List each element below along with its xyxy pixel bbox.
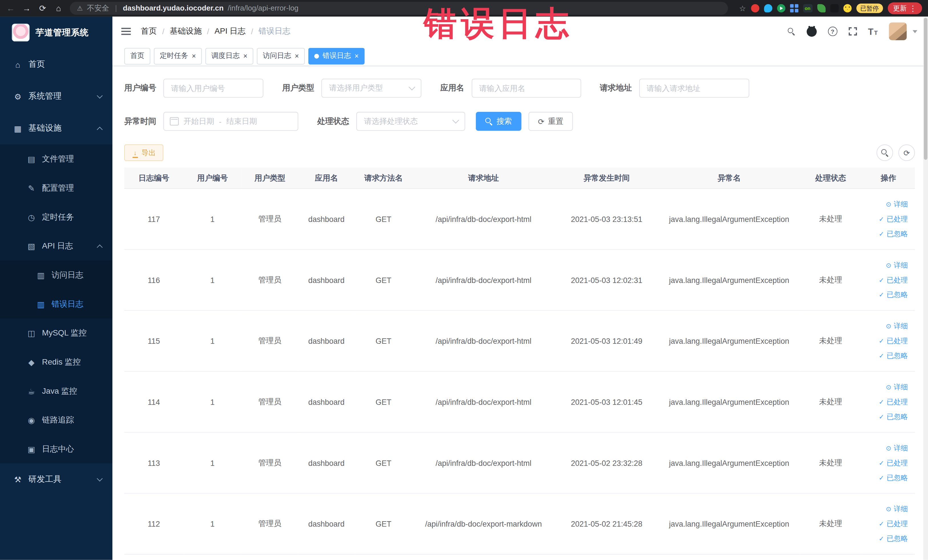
tab-home[interactable]: 首页 bbox=[124, 48, 150, 64]
action-detail[interactable]: ⊙详细 bbox=[865, 258, 908, 272]
action-ignored[interactable]: ✓已忽略 bbox=[865, 287, 908, 302]
url-host[interactable]: dashboard.yudao.iocoder.cn bbox=[123, 4, 224, 12]
refresh-button[interactable]: ⟳ bbox=[898, 144, 915, 161]
url-path[interactable]: /infra/log/api-error-log bbox=[227, 4, 298, 12]
action-processed[interactable]: ✓已处理 bbox=[865, 516, 908, 531]
sidebar-item-job[interactable]: ◷ 定时任务 bbox=[0, 203, 112, 232]
extension-on-icon[interactable]: on bbox=[803, 4, 812, 12]
scrollbar-track[interactable] bbox=[923, 17, 928, 560]
action-processed[interactable]: ✓已处理 bbox=[865, 395, 908, 409]
tab-access-log[interactable]: 访问日志 × bbox=[257, 48, 305, 64]
security-label[interactable]: 不安全 bbox=[87, 3, 109, 13]
sidebar-item-label: 访问日志 bbox=[51, 270, 83, 280]
action-ignored[interactable]: ✓已忽略 bbox=[865, 531, 908, 546]
sidebar-item-trace[interactable]: ◉ 链路追踪 bbox=[0, 405, 112, 435]
cell-process-status: 未处理 bbox=[800, 432, 862, 493]
close-icon[interactable]: × bbox=[355, 52, 359, 60]
extension-tree-icon[interactable] bbox=[830, 4, 838, 12]
sidebar-item-mysql[interactable]: ◫ MySQL 监控 bbox=[0, 318, 112, 348]
user-type-select[interactable]: 请选择用户类型 bbox=[322, 79, 422, 98]
sidebar-item-redis[interactable]: ◆ Redis 监控 bbox=[0, 348, 112, 377]
back-icon[interactable]: ← bbox=[6, 3, 15, 13]
action-ignored[interactable]: ✓已忽略 bbox=[865, 226, 908, 241]
sidebar-item-file[interactable]: ▤ 文件管理 bbox=[0, 144, 112, 174]
action-detail[interactable]: ⊙详细 bbox=[865, 502, 908, 516]
cell-method: GET bbox=[355, 189, 412, 250]
sidebar-item-config[interactable]: ✎ 配置管理 bbox=[0, 174, 112, 203]
close-icon[interactable]: × bbox=[295, 52, 299, 60]
action-processed[interactable]: ✓已处理 bbox=[865, 212, 908, 226]
cell-request-url: /api/infra/db-doc/export-html bbox=[412, 432, 554, 493]
overflow-menu-icon[interactable]: ⋮ bbox=[909, 4, 917, 12]
reset-button[interactable]: ⟳ 重置 bbox=[529, 112, 573, 131]
action-detail[interactable]: ⊙详细 bbox=[865, 380, 908, 395]
extension-red-icon[interactable] bbox=[751, 4, 759, 12]
fullscreen-icon[interactable] bbox=[849, 27, 857, 35]
sidebar-item-api-log[interactable]: ▧ API 日志 bbox=[0, 231, 112, 261]
sidebar-item-java[interactable]: ☕ Java 监控 bbox=[0, 376, 112, 405]
check-icon: ✓ bbox=[879, 395, 884, 409]
extension-grid-icon[interactable] bbox=[790, 4, 798, 12]
user-id-input[interactable] bbox=[163, 79, 264, 98]
config-icon: ✎ bbox=[26, 183, 37, 192]
extension-play-icon[interactable] bbox=[777, 4, 785, 12]
extension-leaf-icon[interactable] bbox=[817, 4, 825, 12]
close-icon[interactable]: × bbox=[192, 52, 196, 60]
extension-droplet-icon[interactable] bbox=[764, 4, 772, 12]
sidebar-item-home[interactable]: ⌂ 首页 bbox=[0, 49, 112, 81]
sidebar-item-infra[interactable]: ▦ 基础设施 bbox=[0, 112, 112, 144]
reload-icon[interactable]: ⟳ bbox=[38, 3, 47, 13]
action-detail[interactable]: ⊙详细 bbox=[865, 197, 908, 212]
font-size-icon[interactable]: T T bbox=[868, 27, 878, 36]
breadcrumb-item[interactable]: 基础设施 bbox=[170, 26, 202, 37]
gear-icon: ⚙ bbox=[12, 92, 23, 101]
sidebar-item-system[interactable]: ⚙ 系统管理 bbox=[0, 81, 112, 112]
hamburger-icon[interactable] bbox=[121, 28, 131, 35]
home-icon[interactable]: ⌂ bbox=[54, 3, 63, 13]
breadcrumb-item[interactable]: API 日志 bbox=[215, 26, 246, 37]
sidebar-item-log-center[interactable]: ▣ 日志中心 bbox=[0, 435, 112, 464]
toggle-search-button[interactable] bbox=[876, 144, 893, 161]
scrollbar-thumb[interactable] bbox=[924, 18, 927, 160]
caret-down-icon[interactable] bbox=[913, 30, 917, 33]
bookmark-star-icon[interactable]: ☆ bbox=[739, 4, 746, 12]
address-bar[interactable]: ⚠ 不安全 | dashboard.yudao.iocoder.cn /infr… bbox=[70, 2, 728, 15]
action-ignored[interactable]: ✓已忽略 bbox=[865, 470, 908, 485]
search-icon[interactable] bbox=[788, 27, 795, 35]
timer-icon: ◷ bbox=[26, 212, 37, 222]
action-ignored[interactable]: ✓已忽略 bbox=[865, 409, 908, 424]
export-button[interactable]: ↓ 导出 bbox=[124, 144, 163, 161]
tab-job[interactable]: 定时任务 × bbox=[154, 48, 202, 64]
cell-exception-name: java.lang.IllegalArgumentException bbox=[659, 310, 800, 371]
paused-badge[interactable]: 已暂停 bbox=[856, 3, 883, 13]
sidebar-item-access-log[interactable]: ▥ 访问日志 bbox=[0, 261, 112, 290]
request-url-input[interactable] bbox=[639, 79, 749, 98]
breadcrumb-item[interactable]: 首页 bbox=[141, 26, 157, 37]
sidebar-item-devtools[interactable]: ⚒ 研发工具 bbox=[0, 463, 112, 495]
tab-job-log[interactable]: 调度日志 × bbox=[205, 48, 253, 64]
process-status-select[interactable]: 请选择处理状态 bbox=[356, 112, 465, 131]
help-icon[interactable]: ? bbox=[828, 26, 837, 36]
tab-error-log[interactable]: 错误日志 × bbox=[308, 48, 365, 64]
close-icon[interactable]: × bbox=[243, 52, 247, 60]
action-processed[interactable]: ✓已处理 bbox=[865, 334, 908, 348]
chevron-down-icon bbox=[409, 84, 415, 90]
extension-smiley-icon[interactable] bbox=[843, 4, 851, 12]
cell-log-id: 114 bbox=[124, 371, 183, 432]
action-processed[interactable]: ✓已处理 bbox=[865, 272, 908, 287]
action-processed[interactable]: ✓已处理 bbox=[865, 455, 908, 470]
sidebar-item-error-log[interactable]: ▥ 错误日志 bbox=[0, 289, 112, 318]
user-type-label: 用户类型 bbox=[282, 83, 314, 93]
sidebar-item-label: 错误日志 bbox=[51, 299, 83, 309]
github-icon[interactable] bbox=[806, 26, 817, 36]
app-logo-row[interactable]: 芋道管理系统 bbox=[0, 17, 112, 49]
app-name-input[interactable] bbox=[471, 79, 581, 98]
browser-update-button[interactable]: 更新 ⋮ bbox=[888, 2, 922, 14]
avatar[interactable] bbox=[889, 23, 907, 40]
action-detail[interactable]: ⊙详细 bbox=[865, 319, 908, 334]
date-range-picker[interactable]: 开始日期 - 结束日期 bbox=[163, 112, 298, 131]
forward-icon[interactable]: → bbox=[22, 3, 31, 13]
action-detail[interactable]: ⊙详细 bbox=[865, 441, 908, 456]
search-button[interactable]: 搜索 bbox=[476, 112, 522, 131]
action-ignored[interactable]: ✓已忽略 bbox=[865, 348, 908, 363]
